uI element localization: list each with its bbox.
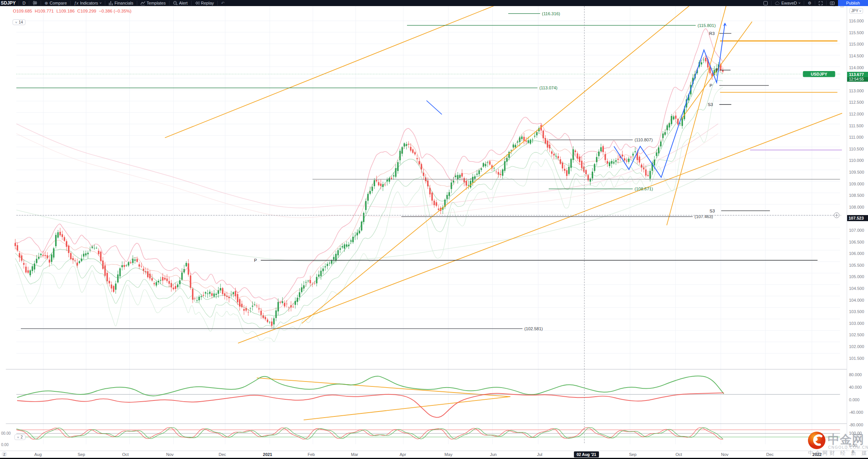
chevron-down-icon: ∨ — [798, 2, 801, 5]
time-tick-month: Sep — [629, 452, 637, 457]
indicators-button[interactable]: ƒx Indicators∨ — [71, 0, 105, 6]
financials-button[interactable]: Financials — [105, 0, 137, 6]
svg-text:R3: R3 — [709, 31, 714, 36]
svg-text:P: P — [710, 83, 713, 88]
bar-countdown: 12:54:55 — [847, 77, 868, 82]
indicators-collapse-button[interactable]: ∨ 14 — [13, 19, 25, 25]
pane2-tick: 80.000 — [849, 372, 862, 377]
symbol-button[interactable]: SDJPY — [0, 0, 19, 6]
legend-low: L109.186 — [56, 9, 74, 13]
time-tick-month: Aug — [34, 452, 42, 457]
templates-icon — [141, 1, 145, 5]
compare-icon: ⊕ — [44, 1, 48, 5]
svg-text:(113.074): (113.074) — [539, 85, 558, 90]
compare-button[interactable]: ⊕ Compare — [41, 0, 70, 6]
time-tick-month: Jun — [490, 452, 497, 457]
time-tick-month: Mar — [351, 452, 358, 457]
price-tick: 104.000 — [849, 298, 864, 302]
price-tick: 112.000 — [849, 112, 864, 116]
time-tick-month: Nov — [166, 452, 174, 457]
svg-text:(115.801): (115.801) — [698, 23, 716, 28]
time-tick-year: 2021 — [263, 452, 272, 457]
current-price-label: 113.677 12:54:55 — [847, 72, 868, 82]
toolbar-right-group: EwaveD∨ ⚙ Publish — [760, 0, 868, 6]
price-tick: 105.500 — [849, 263, 864, 267]
pane3-left-tick: 00.00 — [0, 431, 11, 435]
candlestick-icon — [33, 1, 37, 5]
screenshot-button[interactable] — [827, 0, 838, 6]
time-tick-month: May — [445, 452, 453, 457]
time-tick-year: 2022 — [813, 452, 822, 457]
time-tick-month: Nov — [721, 452, 729, 457]
price-tick: 104.500 — [849, 286, 864, 291]
price-tick: 113.000 — [849, 89, 864, 93]
time-tick-month: Feb — [308, 452, 315, 457]
pane3-left-tick: 0.00 — [0, 443, 9, 447]
legend-change: −0.386 (−0.35%) — [99, 9, 131, 13]
pane2-tick: -80.000 — [849, 423, 863, 427]
price-tick: 101.500 — [849, 356, 864, 361]
currency-toggle-button[interactable]: JPY∨ — [849, 8, 863, 14]
legend-close: C109.299 — [77, 9, 96, 13]
price-tick: 109.000 — [849, 182, 864, 186]
pane2-tick: 0.000 — [849, 397, 860, 402]
replay-button[interactable]: Replay — [192, 0, 217, 6]
settings-button[interactable]: ⚙ — [804, 0, 815, 6]
replay-icon — [195, 1, 200, 5]
chevron-down-icon: ∨ — [15, 21, 17, 24]
legend-open: O109.685 — [13, 9, 32, 13]
ohlc-legend: O109.685H109.771L109.186C109.299−0.386 (… — [13, 9, 134, 13]
svg-text:(110.807): (110.807) — [635, 138, 653, 142]
time-tick-month: Sep — [78, 452, 85, 457]
svg-text:USDJPY: USDJPY — [811, 72, 827, 76]
price-tick: 114.500 — [849, 54, 864, 58]
undo-button[interactable]: ↶ — [218, 0, 228, 6]
publish-button[interactable]: Publish — [838, 0, 868, 6]
price-tick: 115.000 — [849, 42, 864, 46]
svg-text:P: P — [254, 258, 257, 263]
chart-style-button[interactable] — [29, 0, 41, 6]
crosshair-time-label: 02 Aug '21 — [574, 451, 599, 457]
time-tick-month: Dec — [766, 452, 774, 457]
price-tick: 115.500 — [849, 30, 864, 35]
price-axis[interactable]: JPY∨ 113.677 12:54:55 107.523 116.000115… — [847, 6, 868, 451]
price-tick: 107.000 — [849, 228, 864, 233]
pane3-collapse-button[interactable]: ∨ 2 — [14, 434, 25, 440]
price-tick: 112.500 — [849, 100, 864, 104]
time-tick-month: Oct — [675, 452, 682, 457]
chevron-down-icon: ∨ — [17, 436, 19, 439]
price-tick: 116.000 — [849, 19, 864, 23]
price-tick: 111.000 — [849, 135, 863, 139]
cloud-layout-button[interactable]: EwaveD∨ — [771, 0, 804, 6]
main-chart[interactable]: (116.316)(115.801)(113.074)(110.807)(108… — [0, 6, 868, 451]
pane2-tick: 40.000 — [849, 385, 862, 389]
legend-high: H109.771 — [35, 9, 54, 13]
time-tick-month: Apr — [399, 452, 406, 457]
layout-select-button[interactable] — [760, 0, 771, 6]
chevron-down-icon: ∨ — [99, 2, 102, 5]
interval-button[interactable]: D — [19, 0, 29, 6]
svg-text:(116.316): (116.316) — [542, 11, 560, 16]
chart-canvas[interactable]: (116.316)(115.801)(113.074)(110.807)(108… — [0, 6, 868, 451]
timezone-button[interactable]: Z — [2, 451, 7, 457]
price-tick: 109.500 — [849, 170, 864, 174]
alert-button[interactable]: Alert — [169, 0, 191, 6]
pane3-tick: 100.00 — [849, 431, 862, 435]
price-tick: 108.500 — [849, 193, 864, 198]
price-tick: 110.000 — [849, 158, 864, 163]
price-tick: 114.000 — [849, 65, 864, 70]
gear-icon: ⚙ — [808, 1, 811, 5]
fullscreen-button[interactable] — [815, 0, 826, 6]
price-tick: 103.000 — [849, 321, 864, 326]
financials-icon — [109, 1, 113, 5]
alert-clock-icon — [173, 1, 177, 5]
price-tick: 111.500 — [849, 123, 863, 128]
svg-text:(102.581): (102.581) — [524, 326, 543, 331]
cloud-icon — [775, 1, 780, 5]
time-tick-month: Dec — [219, 452, 226, 457]
chevron-down-icon: ∨ — [859, 9, 862, 13]
fullscreen-icon — [819, 1, 823, 5]
time-axis[interactable]: 02 Aug '21 AugSepOctNovDec2021FebMarAprM… — [0, 451, 868, 458]
layout-icon — [763, 1, 768, 5]
templates-button[interactable]: Templates — [137, 0, 169, 6]
